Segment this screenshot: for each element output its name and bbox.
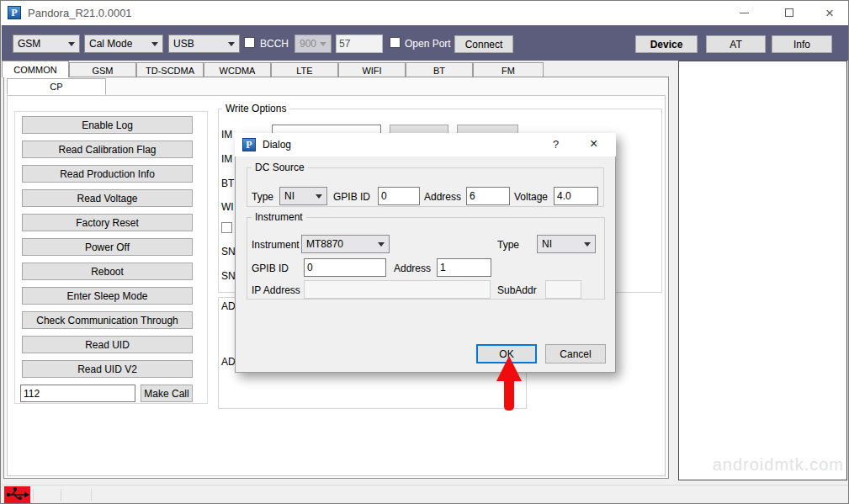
info-button[interactable]: Info bbox=[772, 35, 832, 53]
watermark: androidmtk.com bbox=[713, 455, 844, 475]
dc-voltage-input[interactable] bbox=[554, 187, 598, 205]
subtab-cp[interactable]: CP bbox=[7, 78, 106, 95]
tab-bt[interactable]: BT bbox=[406, 62, 473, 77]
row-label-sn2: SN bbox=[221, 270, 236, 282]
statusbar-divider bbox=[33, 489, 34, 501]
row-label-ad: AD bbox=[221, 300, 236, 312]
dc-gpib-input[interactable] bbox=[378, 187, 420, 205]
title-bar: P Pandora_R21.0.0001 × bbox=[1, 1, 848, 25]
read-voltage-button[interactable]: Read Voltage bbox=[22, 189, 193, 207]
chevron-down-icon bbox=[147, 35, 162, 52]
instrument-address-label: Address bbox=[394, 263, 431, 274]
power-off-button[interactable]: Power Off bbox=[22, 238, 193, 256]
instrument-dropdown[interactable]: MT8870 bbox=[301, 235, 390, 253]
row-label-ad2: AD bbox=[221, 356, 236, 368]
channel-dropdown: 900 bbox=[294, 34, 332, 53]
ip-address-label: IP Address bbox=[252, 284, 300, 296]
bcch-label: BCCH bbox=[260, 38, 289, 50]
chevron-down-icon bbox=[374, 236, 389, 252]
row-label-imei2: IM bbox=[221, 153, 232, 165]
read-uid-v2-button[interactable]: Read UID V2 bbox=[22, 360, 193, 378]
write-options-label: Write Options bbox=[222, 103, 289, 114]
connect-button[interactable]: Connect bbox=[454, 35, 513, 53]
window-title: Pandora_R21.0.0001 bbox=[28, 7, 132, 19]
app-icon: P bbox=[8, 6, 21, 19]
chevron-down-icon bbox=[224, 35, 239, 52]
row-label-bt: BT bbox=[221, 178, 234, 189]
tab-fm[interactable]: FM bbox=[473, 62, 544, 77]
maximize-icon[interactable] bbox=[785, 8, 793, 17]
chevron-down-icon bbox=[311, 188, 326, 204]
channel-dropdown-value: 900 bbox=[300, 38, 316, 50]
instrument-value: MT8870 bbox=[306, 238, 343, 250]
call-number-input[interactable] bbox=[20, 385, 135, 402]
statusbar-divider bbox=[91, 489, 92, 501]
mode-dropdown-value: Cal Mode bbox=[89, 38, 132, 50]
row-label-sn: SN bbox=[221, 246, 236, 257]
dialog-title: Dialog bbox=[263, 139, 291, 151]
open-port-label: Open Port bbox=[405, 38, 451, 50]
instrument-type-value: NI bbox=[542, 238, 552, 250]
main-toolbar: GSM Cal Mode USB BCCH 900 Open Port Conn… bbox=[2, 25, 849, 61]
mode-dropdown[interactable]: Cal Mode bbox=[84, 34, 163, 53]
instrument-type-label: Type bbox=[497, 239, 519, 251]
device-button[interactable]: Device bbox=[635, 35, 698, 53]
at-button[interactable]: AT bbox=[706, 35, 766, 53]
app-window: P Pandora_R21.0.0001 × GSM Cal Mode USB … bbox=[0, 0, 849, 504]
check-communication-button[interactable]: Check Communication Through bbox=[22, 311, 193, 329]
row-label-wifi: WI bbox=[221, 201, 234, 213]
tab-td-scdma[interactable]: TD-SCDMA bbox=[136, 62, 204, 77]
make-call-button[interactable]: Make Call bbox=[141, 385, 193, 402]
band-dropdown[interactable]: GSM bbox=[13, 34, 80, 53]
chevron-down-icon bbox=[316, 35, 331, 52]
dc-gpib-label: GPIB ID bbox=[333, 191, 370, 203]
dialog-app-icon: P bbox=[242, 138, 256, 151]
band-dropdown-value: GSM bbox=[18, 38, 40, 50]
tab-lte[interactable]: LTE bbox=[271, 62, 338, 77]
interface-dropdown[interactable]: USB bbox=[168, 34, 240, 53]
row-label-imei: IM bbox=[221, 129, 232, 141]
dialog-close-icon[interactable]: × bbox=[590, 136, 597, 151]
log-panel[interactable]: androidmtk.com bbox=[678, 61, 847, 480]
open-port-checkbox[interactable] bbox=[390, 37, 401, 48]
instrument-gpib-label: GPIB ID bbox=[252, 263, 289, 274]
dc-voltage-label: Voltage bbox=[514, 191, 548, 203]
ip-address-input bbox=[304, 280, 491, 299]
row-checkbox[interactable] bbox=[221, 222, 232, 233]
instrument-type-dropdown[interactable]: NI bbox=[537, 235, 596, 253]
red-up-arrow-icon bbox=[493, 354, 525, 413]
instrument-gpib-input[interactable] bbox=[304, 258, 386, 277]
dc-address-input[interactable] bbox=[466, 187, 510, 205]
status-bar bbox=[2, 485, 849, 504]
minimize-icon[interactable] bbox=[740, 13, 749, 13]
read-uid-button[interactable]: Read UID bbox=[22, 336, 193, 353]
dc-source-label: DC Source bbox=[252, 162, 308, 173]
dc-type-label: Type bbox=[252, 191, 273, 203]
factory-reset-button[interactable]: Factory Reset bbox=[22, 214, 193, 231]
close-icon[interactable]: × bbox=[819, 5, 841, 22]
dc-type-dropdown[interactable]: NI bbox=[279, 187, 327, 205]
statusbar-divider bbox=[61, 489, 61, 501]
enable-log-button[interactable]: Enable Log bbox=[22, 116, 193, 134]
subaddr-input bbox=[545, 280, 581, 299]
interface-dropdown-value: USB bbox=[173, 38, 194, 50]
tab-wifi[interactable]: WIFI bbox=[338, 62, 406, 77]
reboot-button[interactable]: Reboot bbox=[22, 263, 193, 280]
enter-sleep-mode-button[interactable]: Enter Sleep Mode bbox=[22, 287, 193, 305]
arfcn-input[interactable] bbox=[336, 34, 383, 53]
dialog-help-icon[interactable]: ? bbox=[553, 138, 559, 151]
tab-gsm[interactable]: GSM bbox=[69, 62, 136, 77]
dialog-title-bar: P Dialog ? × bbox=[235, 133, 616, 157]
tab-wcdma[interactable]: WCDMA bbox=[204, 62, 271, 77]
read-production-info-button[interactable]: Read Production Info bbox=[22, 165, 193, 183]
bcch-checkbox[interactable] bbox=[244, 37, 255, 48]
usb-icon bbox=[4, 486, 30, 503]
tab-common[interactable]: COMMON bbox=[2, 61, 69, 77]
dc-address-label: Address bbox=[424, 191, 461, 203]
cancel-button[interactable]: Cancel bbox=[545, 344, 606, 363]
dc-type-value: NI bbox=[284, 190, 294, 202]
chevron-down-icon bbox=[64, 35, 79, 52]
subaddr-label: SubAddr bbox=[497, 284, 537, 296]
instrument-address-input[interactable] bbox=[437, 258, 491, 277]
read-calibration-flag-button[interactable]: Read Calibration Flag bbox=[22, 141, 193, 158]
